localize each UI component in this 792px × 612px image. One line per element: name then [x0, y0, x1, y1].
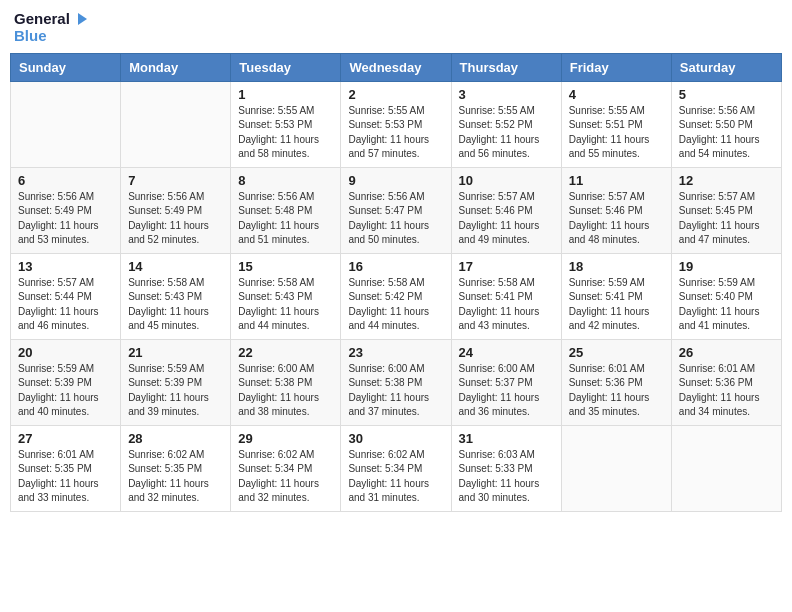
day-info: Sunrise: 6:02 AMSunset: 5:34 PMDaylight:… [238, 448, 333, 506]
calendar-cell: 6Sunrise: 5:56 AMSunset: 5:49 PMDaylight… [11, 167, 121, 253]
logo-text-blue: Blue [14, 28, 47, 45]
day-number: 5 [679, 87, 774, 102]
day-number: 29 [238, 431, 333, 446]
day-number: 26 [679, 345, 774, 360]
weekday-header-cell: Thursday [451, 53, 561, 81]
calendar-table: SundayMondayTuesdayWednesdayThursdayFrid… [10, 53, 782, 512]
day-info: Sunrise: 5:58 AMSunset: 5:42 PMDaylight:… [348, 276, 443, 334]
day-number: 31 [459, 431, 554, 446]
calendar-cell: 1Sunrise: 5:55 AMSunset: 5:53 PMDaylight… [231, 81, 341, 167]
day-number: 27 [18, 431, 113, 446]
calendar-cell: 3Sunrise: 5:55 AMSunset: 5:52 PMDaylight… [451, 81, 561, 167]
day-info: Sunrise: 5:57 AMSunset: 5:45 PMDaylight:… [679, 190, 774, 248]
day-number: 12 [679, 173, 774, 188]
day-number: 13 [18, 259, 113, 274]
day-info: Sunrise: 5:56 AMSunset: 5:47 PMDaylight:… [348, 190, 443, 248]
day-info: Sunrise: 5:58 AMSunset: 5:43 PMDaylight:… [238, 276, 333, 334]
calendar-cell: 25Sunrise: 6:01 AMSunset: 5:36 PMDayligh… [561, 339, 671, 425]
calendar-cell: 13Sunrise: 5:57 AMSunset: 5:44 PMDayligh… [11, 253, 121, 339]
calendar-cell: 17Sunrise: 5:58 AMSunset: 5:41 PMDayligh… [451, 253, 561, 339]
calendar-cell: 7Sunrise: 5:56 AMSunset: 5:49 PMDaylight… [121, 167, 231, 253]
day-number: 2 [348, 87, 443, 102]
day-number: 7 [128, 173, 223, 188]
calendar-cell: 29Sunrise: 6:02 AMSunset: 5:34 PMDayligh… [231, 425, 341, 511]
calendar-week-row: 27Sunrise: 6:01 AMSunset: 5:35 PMDayligh… [11, 425, 782, 511]
calendar-cell: 26Sunrise: 6:01 AMSunset: 5:36 PMDayligh… [671, 339, 781, 425]
calendar-cell: 30Sunrise: 6:02 AMSunset: 5:34 PMDayligh… [341, 425, 451, 511]
calendar-cell: 12Sunrise: 5:57 AMSunset: 5:45 PMDayligh… [671, 167, 781, 253]
day-info: Sunrise: 5:59 AMSunset: 5:39 PMDaylight:… [128, 362, 223, 420]
page-header: General Blue [10, 10, 782, 45]
day-number: 23 [348, 345, 443, 360]
day-number: 17 [459, 259, 554, 274]
day-number: 9 [348, 173, 443, 188]
calendar-cell: 31Sunrise: 6:03 AMSunset: 5:33 PMDayligh… [451, 425, 561, 511]
day-info: Sunrise: 5:59 AMSunset: 5:40 PMDaylight:… [679, 276, 774, 334]
logo-box: General Blue [14, 10, 90, 45]
day-number: 3 [459, 87, 554, 102]
calendar-cell: 28Sunrise: 6:02 AMSunset: 5:35 PMDayligh… [121, 425, 231, 511]
calendar-cell: 22Sunrise: 6:00 AMSunset: 5:38 PMDayligh… [231, 339, 341, 425]
weekday-header-cell: Tuesday [231, 53, 341, 81]
calendar-cell: 19Sunrise: 5:59 AMSunset: 5:40 PMDayligh… [671, 253, 781, 339]
day-number: 20 [18, 345, 113, 360]
calendar-cell: 27Sunrise: 6:01 AMSunset: 5:35 PMDayligh… [11, 425, 121, 511]
day-info: Sunrise: 6:00 AMSunset: 5:37 PMDaylight:… [459, 362, 554, 420]
day-info: Sunrise: 5:57 AMSunset: 5:44 PMDaylight:… [18, 276, 113, 334]
calendar-cell: 20Sunrise: 5:59 AMSunset: 5:39 PMDayligh… [11, 339, 121, 425]
weekday-header-cell: Friday [561, 53, 671, 81]
calendar-cell: 14Sunrise: 5:58 AMSunset: 5:43 PMDayligh… [121, 253, 231, 339]
day-number: 4 [569, 87, 664, 102]
calendar-cell [11, 81, 121, 167]
day-number: 28 [128, 431, 223, 446]
calendar-week-row: 20Sunrise: 5:59 AMSunset: 5:39 PMDayligh… [11, 339, 782, 425]
day-info: Sunrise: 6:01 AMSunset: 5:36 PMDaylight:… [569, 362, 664, 420]
calendar-cell: 2Sunrise: 5:55 AMSunset: 5:53 PMDaylight… [341, 81, 451, 167]
calendar-cell: 5Sunrise: 5:56 AMSunset: 5:50 PMDaylight… [671, 81, 781, 167]
day-info: Sunrise: 5:56 AMSunset: 5:50 PMDaylight:… [679, 104, 774, 162]
day-number: 8 [238, 173, 333, 188]
day-info: Sunrise: 5:55 AMSunset: 5:53 PMDaylight:… [238, 104, 333, 162]
day-info: Sunrise: 5:57 AMSunset: 5:46 PMDaylight:… [569, 190, 664, 248]
weekday-header-cell: Sunday [11, 53, 121, 81]
calendar-cell: 24Sunrise: 6:00 AMSunset: 5:37 PMDayligh… [451, 339, 561, 425]
calendar-cell: 8Sunrise: 5:56 AMSunset: 5:48 PMDaylight… [231, 167, 341, 253]
weekday-header-row: SundayMondayTuesdayWednesdayThursdayFrid… [11, 53, 782, 81]
calendar-cell [671, 425, 781, 511]
day-number: 11 [569, 173, 664, 188]
calendar-cell: 9Sunrise: 5:56 AMSunset: 5:47 PMDaylight… [341, 167, 451, 253]
calendar-week-row: 6Sunrise: 5:56 AMSunset: 5:49 PMDaylight… [11, 167, 782, 253]
day-info: Sunrise: 5:56 AMSunset: 5:49 PMDaylight:… [18, 190, 113, 248]
calendar-cell [561, 425, 671, 511]
day-info: Sunrise: 5:56 AMSunset: 5:49 PMDaylight:… [128, 190, 223, 248]
calendar-cell: 18Sunrise: 5:59 AMSunset: 5:41 PMDayligh… [561, 253, 671, 339]
day-number: 19 [679, 259, 774, 274]
day-number: 25 [569, 345, 664, 360]
day-info: Sunrise: 5:55 AMSunset: 5:51 PMDaylight:… [569, 104, 664, 162]
weekday-header-cell: Saturday [671, 53, 781, 81]
calendar-cell: 10Sunrise: 5:57 AMSunset: 5:46 PMDayligh… [451, 167, 561, 253]
day-info: Sunrise: 6:01 AMSunset: 5:35 PMDaylight:… [18, 448, 113, 506]
day-info: Sunrise: 5:56 AMSunset: 5:48 PMDaylight:… [238, 190, 333, 248]
day-info: Sunrise: 5:58 AMSunset: 5:41 PMDaylight:… [459, 276, 554, 334]
day-info: Sunrise: 5:55 AMSunset: 5:53 PMDaylight:… [348, 104, 443, 162]
weekday-header-cell: Wednesday [341, 53, 451, 81]
day-info: Sunrise: 6:03 AMSunset: 5:33 PMDaylight:… [459, 448, 554, 506]
calendar-week-row: 13Sunrise: 5:57 AMSunset: 5:44 PMDayligh… [11, 253, 782, 339]
calendar-cell: 16Sunrise: 5:58 AMSunset: 5:42 PMDayligh… [341, 253, 451, 339]
day-number: 24 [459, 345, 554, 360]
day-number: 6 [18, 173, 113, 188]
logo: General Blue [14, 10, 90, 45]
calendar-cell [121, 81, 231, 167]
logo-arrow-icon [72, 10, 90, 28]
calendar-cell: 4Sunrise: 5:55 AMSunset: 5:51 PMDaylight… [561, 81, 671, 167]
calendar-cell: 15Sunrise: 5:58 AMSunset: 5:43 PMDayligh… [231, 253, 341, 339]
day-number: 22 [238, 345, 333, 360]
calendar-week-row: 1Sunrise: 5:55 AMSunset: 5:53 PMDaylight… [11, 81, 782, 167]
day-number: 30 [348, 431, 443, 446]
day-info: Sunrise: 5:58 AMSunset: 5:43 PMDaylight:… [128, 276, 223, 334]
day-info: Sunrise: 5:59 AMSunset: 5:39 PMDaylight:… [18, 362, 113, 420]
day-number: 21 [128, 345, 223, 360]
day-info: Sunrise: 6:01 AMSunset: 5:36 PMDaylight:… [679, 362, 774, 420]
day-number: 14 [128, 259, 223, 274]
